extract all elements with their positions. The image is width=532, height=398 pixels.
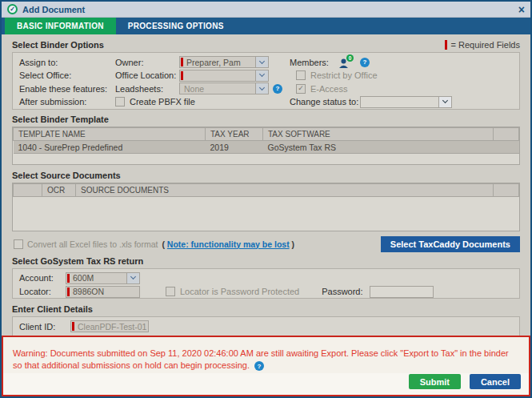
leadsheets-help-icon[interactable]: ? [273, 84, 282, 94]
leadsheets-value: None [180, 84, 255, 94]
title-bar: ✓ Add Document × [2, 2, 530, 18]
dialog-check-icon: ✓ [7, 4, 18, 14]
source-documents-empty-area [13, 197, 519, 231]
create-pbfx-checkbox[interactable] [115, 97, 125, 107]
owner-label: Owner: [115, 58, 179, 67]
restrict-by-office-checkbox [296, 70, 306, 80]
client-id-input[interactable]: CleanPDF-Test-01 [70, 320, 149, 332]
restrict-by-office-label: Restrict by Office [310, 70, 378, 80]
password-label: Password: [322, 287, 362, 296]
required-mark [72, 322, 74, 331]
convert-excel-checkbox [14, 239, 23, 249]
column-template-name[interactable]: TEMPLATE NAME [14, 128, 206, 141]
cell-tax-year: 2019 [206, 141, 263, 154]
warning-help-icon[interactable]: ? [254, 361, 264, 371]
assign-to-label: Assign to: [19, 58, 115, 67]
locator-label: Locator: [19, 287, 66, 296]
column-ocr[interactable]: OCR [42, 184, 76, 197]
required-mark [67, 274, 70, 283]
chevron-down-icon[interactable] [255, 83, 268, 94]
chevron-down-icon[interactable] [126, 273, 139, 283]
account-select[interactable]: 600M [66, 272, 140, 284]
office-location-select[interactable] [179, 70, 269, 82]
table-header-row: OCR SOURCE DOCUMENTS [14, 184, 519, 197]
required-mark [181, 71, 183, 80]
submit-button[interactable]: Submit [409, 374, 461, 389]
tab-bar: BASIC INFORMATION PROCESSING OPTIONS [2, 18, 530, 34]
column-select [14, 184, 42, 197]
change-status-select[interactable] [360, 96, 452, 108]
chevron-down-icon[interactable] [255, 57, 268, 67]
chevron-down-icon[interactable] [255, 70, 268, 81]
members-help-icon[interactable]: ? [360, 58, 370, 67]
required-mark [67, 287, 70, 296]
cell-tax-software: GoSystem Tax RS [263, 141, 519, 154]
owner-value: Preparer, Pam [186, 58, 255, 67]
eaccess-label: E-Access [310, 84, 347, 94]
binder-template-table: TEMPLATE NAME TAX YEAR TAX SOFTWARE 1040… [12, 127, 520, 165]
required-mark [445, 40, 447, 50]
select-taxcaddy-documents-button[interactable]: Select TaxCaddy Documents [381, 236, 520, 252]
enable-features-label: Enable these features: [19, 84, 115, 94]
required-mark [181, 58, 183, 66]
locator-password-protected-checkbox [166, 287, 175, 296]
add-document-dialog: ✓ Add Document × BASIC INFORMATION PROCE… [0, 0, 532, 398]
column-empty [494, 184, 519, 197]
leadsheets-select[interactable]: None [179, 82, 269, 94]
chevron-down-icon[interactable] [438, 97, 451, 107]
locator-input[interactable]: 8986ON [66, 286, 140, 298]
cancel-button[interactable]: Cancel [470, 374, 521, 389]
client-details-panel: Client ID: CleanPDF-Test-01 [12, 316, 520, 336]
section-title-gosystem-return: Select GoSystem Tax RS return [12, 256, 143, 266]
password-input [370, 286, 434, 298]
change-status-label: Change status to: [290, 97, 360, 107]
tab-processing-options[interactable]: PROCESSING OPTIONS [116, 18, 236, 34]
client-id-value: CleanPDF-Test-01 [77, 322, 148, 332]
template-table-empty-area [13, 154, 519, 164]
locator-password-protected-label: Locator is Password Protected [180, 287, 299, 296]
members-icon[interactable]: 0 [339, 56, 354, 68]
column-tax-software[interactable]: TAX SOFTWARE [263, 128, 494, 141]
required-fields-legend: = Required Fields [445, 40, 520, 50]
after-submission-label: After submission: [19, 97, 115, 107]
column-tax-year[interactable]: TAX YEAR [206, 128, 263, 141]
office-location-label: Office Location: [115, 70, 179, 80]
account-value: 600M [72, 273, 126, 283]
column-empty [494, 128, 519, 141]
tab-basic-information[interactable]: BASIC INFORMATION [5, 18, 116, 34]
eaccess-checkbox: ✓ [296, 84, 306, 94]
members-count-badge: 0 [346, 54, 354, 62]
dialog-title: Add Document [22, 5, 85, 14]
section-title-client-details: Enter Client Details [12, 304, 93, 314]
table-header-row: TEMPLATE NAME TAX YEAR TAX SOFTWARE [14, 128, 519, 141]
binder-options-panel: Assign to: Owner: Preparer, Pam Select O… [12, 52, 520, 110]
select-office-label: Select Office: [19, 70, 115, 80]
leadsheets-label: Leadsheets: [115, 84, 179, 94]
close-icon[interactable]: × [518, 4, 525, 15]
footer-actions: Submit Cancel [3, 373, 529, 395]
convert-excel-label: Convert all Excel files to .xls format [27, 239, 158, 249]
dialog-content: Select Binder Options = Required Fields … [2, 34, 530, 336]
note-functionality-link[interactable]: Note: functionality may be lost [167, 239, 290, 249]
required-legend-text: = Required Fields [450, 40, 520, 50]
warning-message: Warning: Documents submitted on Sep 11, … [3, 337, 529, 372]
warning-footer-box: Warning: Documents submitted on Sep 11, … [2, 336, 530, 396]
note-suffix: ) [290, 239, 294, 249]
owner-select[interactable]: Preparer, Pam [179, 56, 269, 68]
locator-value: 8986ON [72, 287, 139, 296]
column-source-documents[interactable]: SOURCE DOCUMENTS [76, 184, 494, 197]
section-title-binder-options: Select Binder Options [12, 40, 104, 50]
client-id-label: Client ID: [19, 322, 70, 332]
table-row[interactable]: 1040 - SurePrep Predefined 2019 GoSystem… [14, 141, 519, 154]
section-title-binder-template: Select Binder Template [12, 115, 109, 124]
cell-template-name: 1040 - SurePrep Predefined [14, 141, 206, 154]
account-label: Account: [19, 273, 66, 283]
gosystem-return-panel: Account: 600M Locator: 8986ON Locator is… [12, 268, 520, 299]
members-label: Members: [290, 58, 339, 67]
note-text: ( Note: functionality may be lost ) [162, 239, 294, 249]
source-documents-table: OCR SOURCE DOCUMENTS [12, 183, 520, 231]
section-title-source-documents: Select Source Documents [12, 171, 121, 180]
create-pbfx-label: Create PBFX file [130, 97, 195, 107]
